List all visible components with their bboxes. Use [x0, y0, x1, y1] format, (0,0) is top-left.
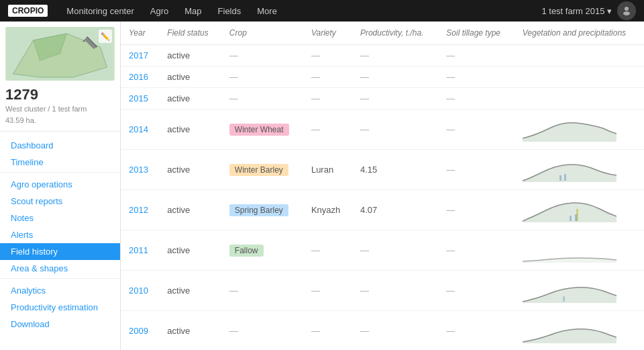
sidebar-item-timeline[interactable]: Timeline [0, 154, 120, 171]
cell-vegetation [515, 45, 644, 67]
cell-vegetation [515, 88, 644, 110]
cell-year[interactable]: 2015 [121, 88, 159, 110]
table-header-row: Year Field status Crop Variety Productiv… [121, 21, 644, 45]
cell-variety: — [303, 45, 352, 67]
cell-soil-tillage: — [438, 150, 514, 190]
crop-badge: Spring Barley [229, 204, 288, 216]
cell-crop: Fallow [221, 230, 303, 271]
cell-variety: — [303, 230, 352, 271]
sidebar-item-agro-operations[interactable]: Agro operations [0, 176, 120, 193]
field-map-thumbnail: ✏️ [5, 27, 115, 81]
cell-crop: Winter Wheat [221, 110, 303, 150]
nav-map[interactable]: Map [176, 0, 209, 21]
sidebar-item-area-shapes[interactable]: Area & shapes [0, 260, 120, 277]
main-layout: ✏️ 1279 West cluster / 1 test farm 43.59… [0, 21, 644, 350]
cell-crop: — [221, 271, 303, 311]
cell-crop: Spring Barley [221, 190, 303, 230]
cell-year[interactable]: 2016 [121, 67, 159, 88]
sidebar-item-download[interactable]: Download [0, 316, 120, 333]
table-row: 2011 active Fallow — — — [121, 230, 644, 271]
cell-year[interactable]: 2012 [121, 190, 159, 230]
topnav-right: 1 test farm 2015 ▾ [541, 1, 636, 20]
table-row: 2015 active — — — — [121, 88, 644, 110]
edit-field-icon[interactable]: ✏️ [99, 30, 112, 43]
cell-crop: — [221, 311, 303, 351]
farm-selector[interactable]: 1 test farm 2015 ▾ [541, 6, 612, 16]
cell-soil-tillage: — [438, 190, 514, 230]
cell-soil-tillage: — [438, 230, 514, 271]
cell-soil-tillage: — [438, 110, 514, 150]
col-productivity: Productivity, t./ha. [352, 21, 438, 45]
svg-rect-11 [564, 174, 566, 181]
svg-rect-18 [563, 296, 565, 302]
vegetation-chart [523, 195, 636, 224]
cell-variety: Luran [303, 150, 352, 190]
sidebar-item-alerts[interactable]: Alerts [0, 226, 120, 243]
nav-agro[interactable]: Agro [142, 0, 176, 21]
vegetation-chart [523, 276, 636, 305]
cell-field-status: active [159, 271, 221, 311]
crop-badge: Fallow [229, 245, 264, 257]
sidebar-item-analytics[interactable]: Analytics [0, 282, 120, 299]
col-field-status: Field status [159, 21, 221, 45]
table-row: 2017 active — — — — [121, 45, 644, 67]
sidebar-item-field-history[interactable]: Field history [0, 243, 120, 260]
cell-vegetation [515, 271, 644, 311]
crop-badge: Winter Wheat [229, 124, 289, 136]
cell-vegetation [515, 110, 644, 150]
cell-variety: — [303, 110, 352, 150]
cell-productivity: — [352, 311, 438, 351]
sidebar: ✏️ 1279 West cluster / 1 test farm 43.59… [0, 21, 121, 350]
field-card: ✏️ 1279 West cluster / 1 test farm 43.59… [0, 21, 120, 132]
svg-rect-10 [559, 175, 561, 181]
cell-year[interactable]: 2014 [121, 110, 159, 150]
cell-productivity: 4.07 [352, 190, 438, 230]
sidebar-item-scout-reports[interactable]: Scout reports [0, 193, 120, 210]
cell-productivity: — [352, 45, 438, 67]
cell-crop: Winter Barley [221, 150, 303, 190]
nav-fields[interactable]: Fields [210, 0, 250, 21]
table-row: 2012 active Spring Barley Knyazh 4.07 — [121, 190, 644, 230]
col-vegetation: Vegetation and precipitations [515, 21, 644, 45]
sidebar-item-notes[interactable]: Notes [0, 210, 120, 226]
user-menu-button[interactable] [617, 1, 636, 20]
table-row: 2010 active — — — — [121, 271, 644, 311]
cell-field-status: active [159, 88, 221, 110]
cell-productivity: — [352, 230, 438, 271]
nav-monitoring-center[interactable]: Monitoring center [58, 0, 142, 21]
col-crop: Crop [221, 21, 303, 45]
cell-field-status: active [159, 150, 221, 190]
cell-variety: — [303, 271, 352, 311]
app-logo: CROPIO [8, 5, 48, 17]
vegetation-chart [523, 316, 636, 345]
cell-productivity: — [352, 271, 438, 311]
table-row: 2014 active Winter Wheat — — — [121, 110, 644, 150]
cell-year[interactable]: 2017 [121, 45, 159, 67]
crop-badge: Winter Barley [229, 164, 288, 176]
table-row: 2016 active — — — — [121, 67, 644, 88]
sidebar-navigation: Dashboard Timeline Agro operations Scout… [0, 132, 120, 338]
cell-year[interactable]: 2009 [121, 311, 159, 351]
svg-rect-15 [575, 214, 577, 221]
cell-vegetation [515, 150, 644, 190]
cell-field-status: active [159, 230, 221, 271]
cell-year[interactable]: 2013 [121, 150, 159, 190]
cell-field-status: active [159, 311, 221, 351]
cell-productivity: — [352, 110, 438, 150]
cell-soil-tillage: — [438, 45, 514, 67]
sidebar-item-productivity-estimation[interactable]: Productivity estimation [0, 299, 120, 316]
col-variety: Variety [303, 21, 352, 45]
field-id: 1279 [5, 86, 115, 103]
svg-point-0 [625, 7, 629, 11]
cell-productivity: 4.15 [352, 150, 438, 190]
main-content: Year Field status Crop Variety Productiv… [121, 21, 644, 350]
sidebar-item-dashboard[interactable]: Dashboard [0, 137, 120, 154]
cell-soil-tillage: — [438, 311, 514, 351]
cell-year[interactable]: 2010 [121, 271, 159, 311]
cell-field-status: active [159, 190, 221, 230]
cell-year[interactable]: 2011 [121, 230, 159, 271]
svg-point-1 [623, 11, 630, 15]
table-row: 2013 active Winter Barley Luran 4.15 — [121, 150, 644, 190]
cell-soil-tillage: — [438, 88, 514, 110]
nav-more[interactable]: More [249, 0, 285, 21]
